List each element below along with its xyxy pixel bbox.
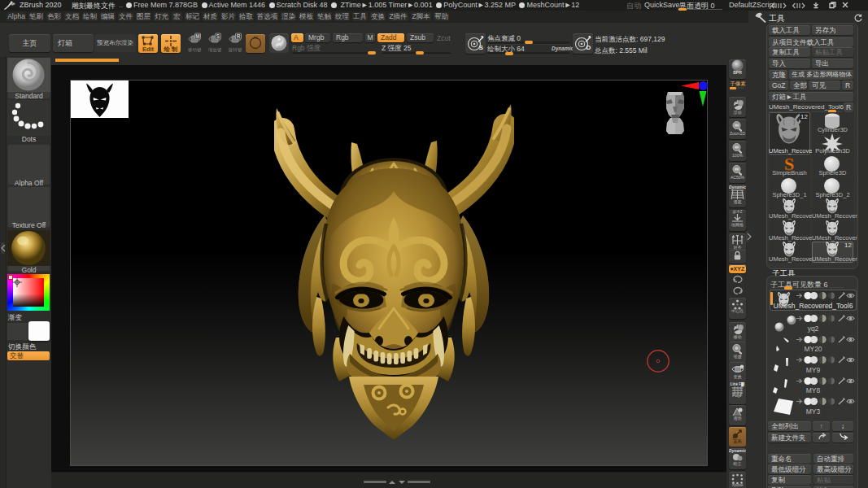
svg-text:D: D xyxy=(587,44,591,51)
svg-text:S: S xyxy=(479,44,484,51)
svg-text:M: M xyxy=(195,33,199,39)
svg-text:S: S xyxy=(216,33,220,39)
svg-text:R: R xyxy=(237,33,241,39)
